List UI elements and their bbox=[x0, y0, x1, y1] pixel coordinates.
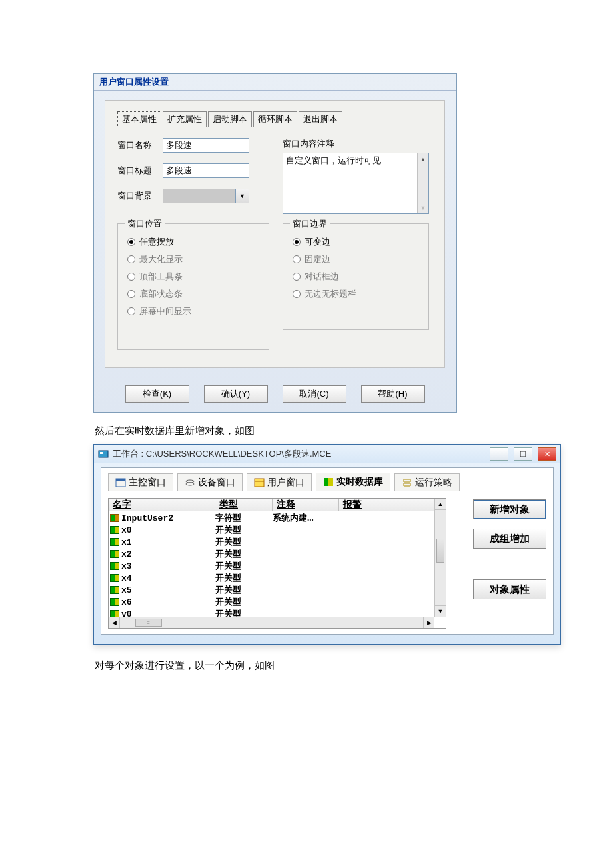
table-row[interactable]: x6开关型 bbox=[109, 596, 434, 608]
cancel-button[interactable]: 取消(C) bbox=[283, 385, 346, 403]
tab-loop-script[interactable]: 循环脚本 bbox=[253, 111, 297, 127]
window-title: 工作台 : C:\USERS\ROCKWELL\DESKTOP\多段速.MCE bbox=[113, 448, 484, 460]
cell-type: 开关型 bbox=[215, 596, 273, 608]
new-object-button[interactable]: 新增对象 bbox=[473, 499, 546, 519]
scroll-up-icon[interactable]: ▲ bbox=[418, 153, 428, 165]
object-icon bbox=[110, 610, 119, 617]
radio-pos-top[interactable]: 顶部工具条 bbox=[127, 271, 259, 283]
table-row[interactable]: x1开关型 bbox=[109, 536, 434, 548]
group-window-border: 窗口边界 可变边 固定边 对话框边 无边无标题栏 bbox=[283, 223, 429, 330]
window-name-input[interactable] bbox=[163, 138, 249, 153]
main-window-icon bbox=[115, 477, 126, 488]
cell-name: x6 bbox=[121, 597, 132, 607]
table-row[interactable]: x0开关型 bbox=[109, 524, 434, 536]
object-icon bbox=[110, 586, 119, 594]
memo-text: 自定义窗口，运行时可见 bbox=[286, 155, 381, 165]
cell-type: 开关型 bbox=[215, 584, 273, 596]
user-window-icon bbox=[254, 477, 265, 488]
dialog-title: 用户窗口属性设置 bbox=[94, 74, 456, 91]
table-row[interactable]: y0开关型 bbox=[109, 608, 434, 617]
radio-icon bbox=[127, 238, 135, 246]
tab-device-window[interactable]: 设备窗口 bbox=[177, 473, 243, 491]
cell-note: 系统内建... bbox=[273, 512, 339, 524]
table-row[interactable]: x4开关型 bbox=[109, 572, 434, 584]
window-title-input[interactable] bbox=[163, 163, 249, 178]
tab-rtdb[interactable]: 实时数据库 bbox=[316, 473, 390, 491]
col-type[interactable]: 类型 bbox=[215, 499, 273, 511]
maximize-button[interactable]: ☐ bbox=[514, 447, 532, 461]
horizontal-scrollbar[interactable]: ◀ ≡ ▶ bbox=[109, 617, 434, 628]
minimize-button[interactable]: — bbox=[490, 447, 508, 461]
tab-ext-props[interactable]: 扩充属性 bbox=[163, 111, 207, 127]
tab-start-script[interactable]: 启动脚本 bbox=[208, 111, 252, 127]
vertical-scrollbar[interactable]: ▲ ▼ bbox=[434, 499, 446, 617]
svg-rect-8 bbox=[324, 478, 328, 486]
color-swatch bbox=[163, 189, 236, 203]
radio-border-resizable[interactable]: 可变边 bbox=[293, 236, 419, 248]
table-row[interactable]: x5开关型 bbox=[109, 584, 434, 596]
memo-scrollbar[interactable]: ▲ ▼ bbox=[417, 153, 428, 213]
window-bg-combo[interactable] bbox=[163, 189, 249, 203]
cell-name: x4 bbox=[121, 573, 132, 583]
ok-button[interactable]: 确认(Y) bbox=[204, 385, 268, 403]
tab-strip: 基本属性 扩充属性 启动脚本 循环脚本 退出脚本 bbox=[117, 111, 432, 127]
radio-pos-bottom[interactable]: 底部状态条 bbox=[127, 288, 259, 300]
cell-type: 开关型 bbox=[215, 560, 273, 572]
dialog-body: 基本属性 扩充属性 启动脚本 循环脚本 退出脚本 窗口名称 窗口标题 窗口背景 bbox=[105, 100, 445, 368]
window-body: 主控窗口 设备窗口 用户窗口 实时数据库 运行策略 名字 类型 注释 报警 In… bbox=[101, 467, 554, 635]
tab-basic-props[interactable]: 基本属性 bbox=[117, 111, 161, 127]
radio-pos-max[interactable]: 最大化显示 bbox=[127, 253, 259, 265]
rtdb-icon bbox=[323, 477, 334, 487]
check-button[interactable]: 检查(K) bbox=[125, 385, 189, 403]
scroll-up-icon[interactable]: ▲ bbox=[435, 499, 446, 510]
col-name[interactable]: 名字 bbox=[109, 499, 215, 511]
dialog-button-row: 检查(K) 确认(Y) 取消(C) 帮助(H) bbox=[94, 379, 456, 412]
object-props-button[interactable]: 对象属性 bbox=[473, 579, 546, 599]
svg-point-5 bbox=[186, 483, 194, 485]
table-row[interactable]: InputUser2字符型系统内建... bbox=[109, 512, 434, 524]
close-button[interactable]: ✕ bbox=[538, 447, 556, 461]
legend-position: 窗口位置 bbox=[125, 218, 165, 230]
table-row[interactable]: x3开关型 bbox=[109, 560, 434, 572]
radio-icon bbox=[127, 290, 135, 298]
tab-user-window[interactable]: 用户窗口 bbox=[247, 473, 312, 491]
object-grid[interactable]: 名字 类型 注释 报警 InputUser2字符型系统内建...x0开关型x1开… bbox=[108, 498, 446, 629]
cell-name: y0 bbox=[121, 609, 132, 617]
tab-exit-script[interactable]: 退出脚本 bbox=[299, 111, 342, 127]
chevron-down-icon[interactable] bbox=[236, 189, 249, 203]
radio-icon bbox=[293, 290, 301, 298]
col-note[interactable]: 注释 bbox=[273, 499, 339, 511]
cell-name: x5 bbox=[121, 585, 132, 595]
app-icon bbox=[98, 449, 109, 459]
scroll-left-icon[interactable]: ◀ bbox=[109, 617, 120, 628]
table-row[interactable]: x2开关型 bbox=[109, 548, 434, 560]
titlebar[interactable]: 工作台 : C:\USERS\ROCKWELL\DESKTOP\多段速.MCE … bbox=[94, 445, 560, 463]
tab-strategy[interactable]: 运行策略 bbox=[394, 473, 460, 491]
scroll-down-icon[interactable]: ▼ bbox=[418, 202, 428, 213]
label-window-name: 窗口名称 bbox=[117, 139, 163, 151]
radio-icon bbox=[293, 255, 301, 263]
radio-border-none[interactable]: 无边无标题栏 bbox=[293, 288, 419, 300]
label-window-bg: 窗口背景 bbox=[117, 190, 163, 202]
scroll-grip-icon[interactable]: ≡ bbox=[135, 619, 162, 627]
help-button[interactable]: 帮助(H) bbox=[361, 385, 425, 403]
label-window-title: 窗口标题 bbox=[117, 165, 163, 177]
cell-type: 开关型 bbox=[215, 536, 273, 548]
svg-point-4 bbox=[186, 480, 194, 483]
radio-border-fixed[interactable]: 固定边 bbox=[293, 253, 419, 265]
scroll-right-icon[interactable]: ▶ bbox=[423, 617, 434, 628]
radio-border-dialog[interactable]: 对话框边 bbox=[293, 271, 419, 283]
window-memo[interactable]: 自定义窗口，运行时可见 ▲ ▼ bbox=[283, 153, 429, 214]
object-icon bbox=[110, 574, 119, 582]
col-alarm[interactable]: 报警 bbox=[339, 499, 446, 511]
strategy-icon bbox=[402, 477, 412, 488]
radio-pos-any[interactable]: 任意摆放 bbox=[127, 236, 259, 248]
group-add-button[interactable]: 成组增加 bbox=[473, 529, 546, 549]
scroll-down-icon[interactable]: ▼ bbox=[435, 605, 446, 617]
cell-name: x2 bbox=[121, 549, 132, 559]
tab-main-window[interactable]: 主控窗口 bbox=[108, 473, 173, 491]
radio-icon bbox=[293, 238, 301, 246]
cell-type: 开关型 bbox=[215, 524, 273, 536]
scroll-thumb[interactable] bbox=[436, 539, 444, 563]
radio-pos-center[interactable]: 屏幕中间显示 bbox=[127, 305, 259, 317]
